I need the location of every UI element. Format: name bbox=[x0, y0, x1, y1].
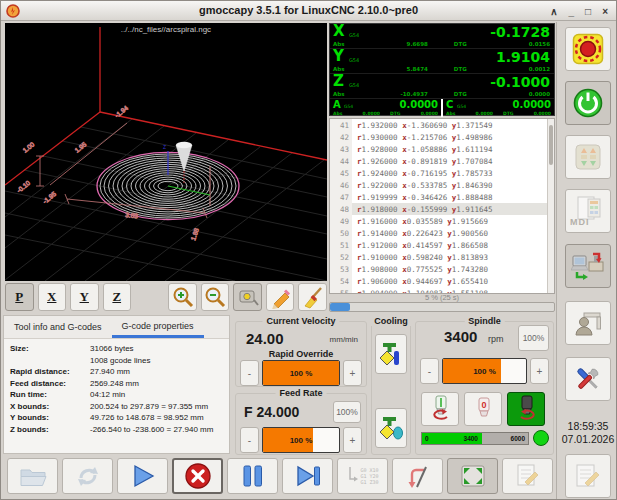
user-tabs-button[interactable] bbox=[565, 301, 611, 345]
dtg-value: 0.0156 bbox=[467, 41, 550, 47]
maximize-button[interactable]: □ bbox=[585, 6, 591, 17]
cooling-title: Cooling bbox=[370, 316, 412, 326]
machine-on-button[interactable] bbox=[565, 81, 611, 125]
dtg-value: 0.0000 bbox=[467, 91, 550, 97]
mist-button[interactable] bbox=[375, 334, 407, 374]
feed-rate-frame: Feed Rate F 24.000 100% - 100 % + bbox=[235, 393, 367, 455]
gremlin-preview[interactable]: ../../nc_files//arcspiral.ngc bbox=[5, 23, 327, 281]
gcode-line[interactable]: 45r1.924000 x-0.716195 y1.785733 bbox=[330, 167, 554, 179]
gcode-line[interactable]: 52r1.910000 x0.598240 y1.813893 bbox=[330, 251, 554, 263]
spindle-ccw-button[interactable] bbox=[421, 392, 459, 426]
edit-gcode-button[interactable] bbox=[502, 458, 553, 494]
rapid-override-track[interactable]: 100 % bbox=[262, 360, 340, 386]
feed-rate-track[interactable]: 100 % bbox=[262, 427, 340, 453]
dro-axis-x[interactable]: X G54 -0.1728 Abs 9.6698 DTG 0.0156 bbox=[330, 24, 554, 49]
gcode-scrollbar[interactable] bbox=[547, 119, 554, 293]
spindle-track[interactable]: 100 % bbox=[442, 358, 527, 384]
feed-minus-button[interactable]: - bbox=[240, 427, 259, 453]
gcode-line[interactable]: 49r1.916000 x0.035589 y1.915669 bbox=[330, 215, 554, 227]
spindle-cw-button[interactable] bbox=[507, 392, 545, 426]
manual-mode-button[interactable] bbox=[565, 135, 611, 179]
step-button[interactable] bbox=[282, 458, 333, 494]
auto-mode-button[interactable] bbox=[565, 244, 611, 288]
gcode-line[interactable]: 42r1.930000 x-1.215706 y1.498986 bbox=[330, 131, 554, 143]
dtg-value: 0.0000 bbox=[400, 111, 438, 116]
view-x-button[interactable]: X bbox=[38, 283, 67, 311]
gcode-line-current[interactable]: 48r1.918000 x-0.155999 y1.911645 bbox=[330, 203, 554, 215]
feed-plus-button[interactable]: + bbox=[343, 427, 362, 453]
rapid-override-value: 100 % bbox=[263, 369, 339, 378]
axis-letter: X bbox=[333, 24, 345, 39]
svg-text:3.83: 3.83 bbox=[125, 211, 139, 219]
minimize-button[interactable]: _ bbox=[569, 6, 575, 17]
tab-gcode-properties[interactable]: G-code properties bbox=[112, 316, 204, 338]
fullscreen-preview-button[interactable] bbox=[447, 458, 498, 494]
dtg-value: 0.0000 bbox=[513, 111, 551, 116]
feed-rate-slider: - 100 % + bbox=[240, 427, 362, 453]
gcode-line[interactable]: 53r1.908000 x0.775525 y1.743280 bbox=[330, 263, 554, 275]
edit-offsets-button[interactable] bbox=[266, 283, 295, 311]
spindle-stop-icon: 0 bbox=[468, 394, 498, 424]
zoom-out-button[interactable] bbox=[201, 283, 230, 311]
rapid-plus-button[interactable]: + bbox=[343, 360, 362, 386]
pause-button[interactable] bbox=[227, 458, 278, 494]
dro-panel[interactable]: X G54 -0.1728 Abs 9.6698 DTG 0.0156 Y G5… bbox=[329, 23, 555, 116]
mdi-mode-button[interactable]: MDI bbox=[565, 189, 611, 233]
spindle-bar-min: 0 bbox=[425, 435, 429, 442]
reload-icon bbox=[74, 462, 102, 490]
open-file-button[interactable] bbox=[7, 458, 58, 494]
gcode-view[interactable]: 41r1.932000 x-1.360690 y1.371549 42r1.93… bbox=[329, 118, 555, 294]
clear-plot-button[interactable] bbox=[298, 283, 327, 311]
dtg-label: DTG bbox=[454, 41, 467, 47]
spindle-minus-button[interactable]: - bbox=[420, 358, 439, 384]
coord-system: G54 bbox=[457, 104, 466, 109]
view-dimensions-button[interactable] bbox=[233, 283, 262, 311]
clock-date: 07.01.2026 bbox=[557, 433, 617, 446]
dro-axis-c[interactable]: C G54 0.0000 Abs 0.0000 DTG 0.0000 bbox=[443, 99, 554, 117]
gcode-properties: Size:31066 bytes 1008 gcode lines Rapid … bbox=[4, 339, 229, 439]
gcode-line[interactable]: 41r1.932000 x-1.360690 y1.371549 bbox=[330, 119, 554, 131]
spindle-reset-button[interactable]: 100% bbox=[518, 325, 549, 351]
rapid-minus-button[interactable]: - bbox=[240, 360, 259, 386]
dtg-label: DTG bbox=[390, 111, 401, 116]
close-button[interactable]: × bbox=[602, 6, 608, 17]
skip-block-button[interactable] bbox=[392, 458, 443, 494]
reload-file-button[interactable] bbox=[62, 458, 113, 494]
progress-bar bbox=[329, 302, 555, 312]
zoom-in-button[interactable] bbox=[168, 283, 197, 311]
gcode-line[interactable]: 44r1.926000 x-0.891819 y1.707084 bbox=[330, 155, 554, 167]
feed-reset-button[interactable]: 100% bbox=[333, 401, 361, 423]
gcode-line[interactable]: 43r1.928000 x-1.058886 y1.611194 bbox=[330, 143, 554, 155]
gcode-line[interactable]: 54r1.906000 x0.944697 y1.655410 bbox=[330, 275, 554, 287]
view-y-button[interactable]: Y bbox=[70, 283, 99, 311]
tab-tool-info[interactable]: Tool info and G-codes bbox=[4, 316, 112, 338]
rollup-button[interactable]: ∧ bbox=[550, 6, 557, 17]
abs-label: Abs bbox=[333, 91, 344, 97]
run-from-line-button[interactable]: G0 X10 G1 Y20 G1 Z30 bbox=[337, 458, 388, 494]
feed-rate-value: F 24.000 bbox=[244, 404, 299, 420]
settings-button[interactable] bbox=[565, 357, 611, 401]
stop-button[interactable] bbox=[172, 458, 223, 494]
axis-letter: A bbox=[333, 99, 341, 110]
run-button[interactable] bbox=[117, 458, 168, 494]
spindle-plus-button[interactable]: + bbox=[530, 358, 549, 384]
scrollbar-thumb[interactable] bbox=[549, 125, 553, 165]
gcode-line[interactable]: 46r1.922000 x-0.533785 y1.846390 bbox=[330, 179, 554, 191]
message-log-button[interactable] bbox=[565, 454, 611, 498]
gmoccapy-window: gmoccapy 3.5.1 for LinuxCNC 2.10.0~pre0 … bbox=[0, 0, 617, 500]
axis-value: 0.0000 bbox=[399, 99, 438, 110]
dro-axis-z[interactable]: Z G54 -0.1000 Abs -10.4937 DTG 0.0000 bbox=[330, 74, 554, 99]
dro-axis-a[interactable]: A G54 0.0000 Abs 0.0000 DTG 0.0000 bbox=[330, 99, 441, 117]
gcode-line[interactable]: 47r1.919999 x-0.346426 y1.888488 bbox=[330, 191, 554, 203]
flood-button[interactable] bbox=[375, 408, 407, 448]
gcode-line[interactable]: 50r1.914000 x0.226423 y1.900560 bbox=[330, 227, 554, 239]
estop-button[interactable] bbox=[565, 27, 611, 71]
spindle-stop-button[interactable]: 0 bbox=[464, 392, 502, 426]
view-z-button[interactable]: Z bbox=[103, 283, 132, 311]
view-p-button[interactable]: P bbox=[5, 283, 34, 311]
abs-value: 9.6698 bbox=[344, 41, 427, 47]
tools-icon bbox=[572, 363, 604, 395]
gcode-line[interactable]: 51r1.912000 x0.414597 y1.866508 bbox=[330, 239, 554, 251]
zoom-out-icon bbox=[203, 285, 227, 309]
dro-axis-y[interactable]: Y G54 1.9104 Abs 5.8474 DTG 0.0012 bbox=[330, 49, 554, 74]
